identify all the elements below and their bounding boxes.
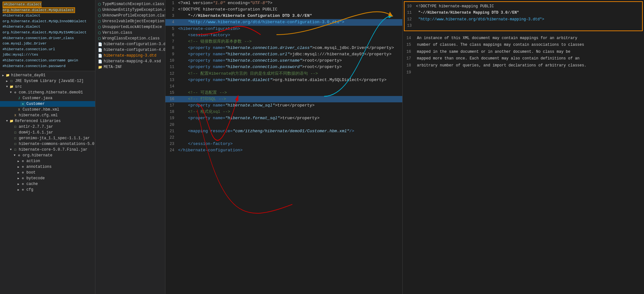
token: >true</property> [280, 116, 320, 120]
code-line: 17 <property name="hibernate.show_sql">t… [165, 102, 402, 109]
file-item[interactable]: ⬡UnknownEntityTypeException.c [95, 7, 165, 13]
code-editor[interactable]: 1<?xml version="1.0" encoding="UTF-8"?>2… [165, 0, 402, 294]
token: <!-- 格式化sql --> [178, 109, 230, 114]
token: ?> [267, 1, 273, 5]
file-item[interactable]: 📄hibernate-configuration-3.dtc [95, 41, 165, 47]
file-item[interactable]: 📄hibernate-mapping-4.0.xsd [95, 58, 165, 64]
line-content: <session-factory> [177, 32, 402, 38]
tree-item[interactable]: ▼⊕com.itzheng.hibernate.demo01 [0, 90, 95, 95]
tree-item[interactable]: ▶📁hibernate_day01 [0, 72, 95, 78]
tree-item[interactable]: ▶⊕annotations [0, 164, 95, 170]
tree-item[interactable]: □geronimo-jta_1.1_spec-1.1.1.jar [0, 135, 95, 141]
tree-item-icon: □ [9, 79, 14, 84]
token: <!DOCTYPE hibernate-configuration PUBLIC [178, 7, 277, 12]
code-line: 16 <!-- 打印SQL --> [165, 96, 402, 102]
desc-line: 17mapped more than once. Each document m… [406, 55, 640, 62]
tree-item[interactable]: ▼📁src [0, 84, 95, 90]
code-line: 8 <property name="hibernate.connection.d… [165, 45, 402, 51]
tree-item[interactable]: JCustomer.java [0, 95, 95, 101]
line-number: 10 [165, 58, 177, 64]
token: "hibernate.show_sql" [225, 103, 275, 108]
token: </hibernate-configuration> [178, 148, 243, 153]
file-item[interactable]: 📁META-INF [95, 64, 165, 70]
code-line: 9 <property name="hibernate.connection.u… [165, 51, 402, 58]
line-number: 23 [165, 141, 177, 147]
line-content: <property name="hibernate.connection.dri… [177, 45, 402, 51]
file-item[interactable]: ⬡UnknownProfileException.class [95, 13, 165, 18]
file-item[interactable]: ⬡UnresolvableObjectException.c [95, 18, 165, 24]
token: <property name= [178, 65, 225, 69]
tree-item-label: action [26, 159, 40, 163]
tree-item[interactable]: ▶⊕cache [0, 181, 95, 187]
tree-item-icon: ⊕ [13, 90, 18, 95]
right-top-line: 10<!DOCTYPE hibernate-mapping PUBLIC [407, 3, 640, 10]
desc-line-num: 19 [406, 69, 414, 76]
tree-item[interactable]: ●Customer [0, 101, 95, 107]
desc-line-num: 18 [406, 62, 414, 69]
token: >true</property> [275, 103, 315, 108]
middle-file-panel[interactable]: ⬡TypeMismatchException.class⬡UnknownEnti… [95, 0, 165, 294]
file-icon: 📄 [98, 54, 102, 58]
tree-item-icon: ⊕ [20, 187, 25, 192]
file-item[interactable]: ⬡TypeMismatchException.class [95, 1, 165, 7]
tree-item[interactable]: ▶⊕boot [0, 170, 95, 175]
tree-item[interactable]: □dom4j-1.6.1.jar [0, 130, 95, 135]
right-panel: 10<!DOCTYPE hibernate-mapping PUBLIC11 "… [402, 0, 644, 294]
tree-item[interactable]: □hibernate-commons-annotations-5.0 [0, 141, 95, 147]
token: "hibernate.connection.url" [225, 52, 290, 57]
file-item[interactable]: 📄hibernate-configuration-4.0.xsc [95, 47, 165, 53]
tree-item[interactable]: ▶⊕cfg [0, 187, 95, 193]
file-icon: 📄 [98, 42, 102, 46]
token: <session-factory> [178, 33, 230, 38]
left-panel: #hibernate.dialect org.hibernate.dialect… [0, 0, 95, 294]
token: "com/itzheng/hibernate/demo01/Customer.h… [233, 129, 350, 133]
tree-item[interactable]: Xhibernate.cfg.xml [0, 113, 95, 118]
tree-item-icon: 📁 [9, 119, 14, 124]
file-item-label: hibernate-mapping-3.dtd [104, 53, 156, 58]
tree-item[interactable]: □antlr-2.7.7.jar [0, 124, 95, 130]
tree-item[interactable]: ▼□hibernate-core-5.0.7.Final.jar [0, 147, 95, 153]
line-content: <!-- 配置Hibernate的方言的 目的是生成对应不同数据的语句 --> [177, 71, 402, 77]
tree-item-icon: 📁 [5, 73, 10, 78]
tree-item-icon: □ [13, 147, 18, 152]
file-item[interactable]: ⬡UnsupportedLockAttemptExce [95, 24, 165, 30]
line-content: <!-- 可选配置 --> [177, 90, 402, 96]
file-item[interactable]: ⬡WrongClassException.class [95, 36, 165, 41]
code-line: 19 <property name="hibernate.format_sql"… [165, 115, 402, 121]
token: >root</property> [302, 58, 342, 63]
line-content: <property name="hibernate.connection.url… [177, 51, 402, 58]
line-content: <property name="hibernate.connection.pas… [177, 64, 402, 70]
chevron-icon: ▼ [5, 85, 9, 88]
code-line: 14 [165, 83, 402, 90]
tree-item[interactable]: ▼📁Referenced Libraries [0, 118, 95, 124]
chevron-icon: ▶ [17, 165, 20, 169]
token: "hibernate.connection.driver_class" [225, 45, 312, 50]
tree-item-label: Referenced Libraries [15, 119, 61, 123]
main-editor-panel: 1<?xml version="1.0" encoding="UTF-8"?>2… [165, 0, 402, 294]
line-num: 11 [407, 10, 413, 16]
tree-item-icon: X [13, 113, 18, 118]
line-number: 9 [165, 51, 177, 58]
file-item[interactable]: 📄hibernate-mapping-3.dtd [95, 53, 165, 58]
file-icon: ⬡ [98, 19, 101, 24]
desc-line: 14An instance of this XML document may c… [406, 35, 640, 42]
tree-item-icon: J [17, 96, 22, 101]
tree-item-label: cfg [26, 188, 33, 192]
tree-item-label: dom4j-1.6.1.jar [19, 130, 53, 135]
file-item[interactable]: ⬡Version.class [95, 30, 165, 36]
project-tree[interactable]: ▶📁hibernate_day01▶□JRE System Library [J… [0, 71, 95, 294]
token: <property name= [178, 45, 225, 50]
chevron-icon: ▶ [17, 171, 20, 174]
line-number: 14 [165, 83, 177, 90]
line-number: 6 [165, 32, 177, 38]
tree-item[interactable]: ▶⊕bytecode [0, 175, 95, 181]
tree-item[interactable]: XCustomer.hbm.xml [0, 107, 95, 113]
desc-line-text: number of classes. The class mappings ma… [417, 42, 584, 49]
tree-item[interactable]: ▶□JRE System Library [JavaSE-12] [0, 78, 95, 84]
line-content: "http://www.hibernate.org/dtd/hibernate-… [177, 19, 402, 25]
prop-line: #hibernate.connection.url jdbc:mysql:///… [3, 47, 93, 58]
chevron-icon: ▶ [5, 79, 9, 83]
tree-item[interactable]: ▶⊕action [0, 158, 95, 164]
code-line: 2<!DOCTYPE hibernate-configuration PUBLI… [165, 6, 402, 13]
tree-item[interactable]: ▼⊕org.hibernate [0, 153, 95, 158]
